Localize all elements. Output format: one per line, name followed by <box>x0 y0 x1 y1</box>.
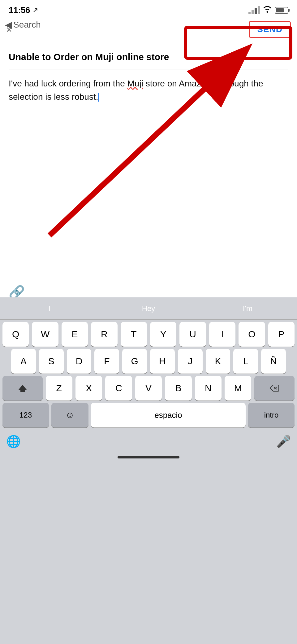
nav-bar: × SEND <box>0 19 297 40</box>
muji-text: Muji <box>127 79 143 88</box>
key-f[interactable]: F <box>94 349 119 374</box>
keyboard-row-4: 123 ☺ espacio intro <box>0 401 297 427</box>
svg-marker-3 <box>19 385 27 392</box>
battery-icon <box>275 7 288 14</box>
key-d[interactable]: D <box>67 349 92 374</box>
keyboard-row-1: Q W E R T Y U I O P <box>0 320 297 347</box>
key-z[interactable]: Z <box>46 376 72 401</box>
key-c[interactable]: C <box>105 376 132 401</box>
key-h[interactable]: H <box>150 349 175 374</box>
home-indicator <box>118 456 179 458</box>
mic-key[interactable]: 🎤 <box>276 435 291 448</box>
key-p[interactable]: P <box>268 322 295 347</box>
wifi-icon <box>263 6 272 15</box>
backspace-key[interactable] <box>254 376 295 401</box>
key-k[interactable]: K <box>206 349 230 374</box>
key-o[interactable]: O <box>239 322 265 347</box>
key-m[interactable]: M <box>225 376 251 401</box>
key-w[interactable]: W <box>32 322 58 347</box>
globe-key[interactable]: 🌐 <box>6 435 21 448</box>
keyboard-predictive-bar: I Hey I'm <box>0 297 297 320</box>
key-a[interactable]: A <box>11 349 36 374</box>
text-cursor <box>98 93 99 102</box>
key-q[interactable]: Q <box>2 322 29 347</box>
keyboard-row-2: A S D F G H J K L Ñ <box>0 347 297 374</box>
email-content-area: Unable to Order on Muji online store I'v… <box>0 43 297 109</box>
key-b[interactable]: B <box>165 376 192 401</box>
key-e[interactable]: E <box>62 322 88 347</box>
shift-key[interactable] <box>2 376 43 401</box>
key-n[interactable]: N <box>195 376 222 401</box>
key-u[interactable]: U <box>179 322 206 347</box>
send-button[interactable]: SEND <box>249 21 291 38</box>
emoji-key[interactable]: ☺ <box>51 403 88 427</box>
key-g[interactable]: G <box>122 349 147 374</box>
back-nav[interactable]: ◀ Search <box>5 19 41 30</box>
key-y[interactable]: Y <box>150 322 176 347</box>
key-t[interactable]: T <box>121 322 147 347</box>
status-icons <box>248 6 288 15</box>
key-123[interactable]: 123 <box>2 403 49 427</box>
status-time: 11:56 <box>9 5 30 15</box>
keyboard-bottom-row: 🌐 🎤 <box>0 427 297 452</box>
key-v[interactable]: V <box>135 376 162 401</box>
back-chevron-icon: ◀ <box>5 19 12 30</box>
key-j[interactable]: J <box>178 349 203 374</box>
back-label: Search <box>13 20 41 30</box>
space-key[interactable]: espacio <box>91 403 246 427</box>
signal-icon <box>248 6 260 14</box>
key-s[interactable]: S <box>39 349 64 374</box>
return-key[interactable]: intro <box>248 403 295 427</box>
email-body[interactable]: I've had luck ordering from the Muji sto… <box>9 77 288 104</box>
email-subject[interactable]: Unable to Order on Muji online store <box>9 51 288 63</box>
predictive-item-1[interactable]: I <box>0 297 99 319</box>
status-bar: 11:56 ↗ <box>0 0 297 19</box>
keyboard: I Hey I'm Q W E R T Y U I O P A S D F G … <box>0 297 297 644</box>
content-spacer <box>0 109 297 220</box>
predictive-item-2[interactable]: Hey <box>99 297 198 319</box>
predictive-item-3[interactable]: I'm <box>198 297 297 319</box>
key-x[interactable]: X <box>75 376 102 401</box>
key-l[interactable]: L <box>233 349 258 374</box>
key-r[interactable]: R <box>91 322 117 347</box>
subject-divider <box>9 69 288 69</box>
key-i[interactable]: I <box>209 322 235 347</box>
key-n-tilde[interactable]: Ñ <box>261 349 286 374</box>
location-arrow-icon: ↗ <box>32 6 38 14</box>
keyboard-row-3: Z X C V B N M <box>0 374 297 401</box>
